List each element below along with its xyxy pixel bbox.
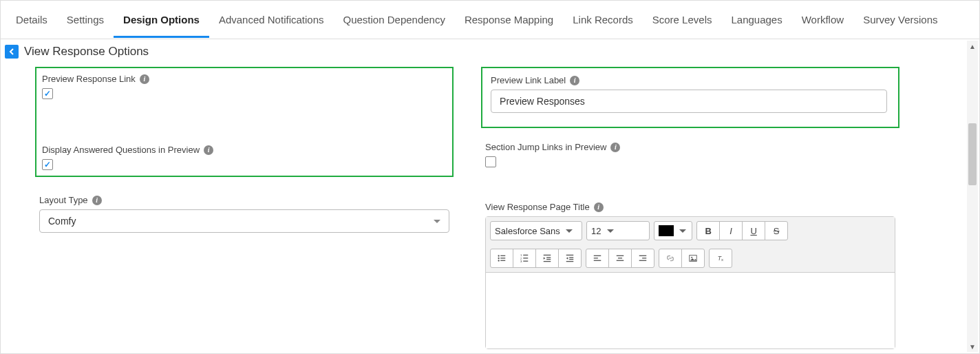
svg-rect-11 [523,261,528,262]
rte-text-style-group: B I U S [696,221,788,240]
tab-design-options[interactable]: Design Options [114,1,209,38]
info-icon[interactable]: i [204,145,213,155]
input-preview-link-label[interactable] [491,90,887,113]
svg-rect-5 [500,260,505,261]
bullet-list-icon [497,253,507,263]
tab-languages[interactable]: Languages [721,1,791,38]
svg-text:3: 3 [520,260,522,263]
rte-content-area[interactable] [486,273,895,348]
label-display-answered: Display Answered Questions in Preview i [42,145,447,155]
rte-underline-button[interactable]: U [742,221,765,240]
info-icon[interactable]: i [610,143,620,152]
spacer [38,105,451,139]
svg-text:x: x [721,257,723,262]
page-title: View Response Options [24,45,149,59]
tab-advanced-notifications[interactable]: Advanced Notifications [209,1,334,38]
rte-bullet-list-button[interactable] [490,249,513,268]
subheader: View Response Options [1,39,979,64]
svg-point-4 [498,260,500,261]
tab-link-records[interactable]: Link Records [563,1,643,38]
image-icon [688,253,698,263]
svg-point-30 [691,257,692,258]
tab-settings[interactable]: Settings [57,1,114,38]
rte-outdent-button[interactable] [558,249,582,268]
vertical-scrollbar[interactable]: ▲ ▼ [967,41,978,352]
field-display-answered: Display Answered Questions in Preview i [38,139,451,176]
outdent-icon [565,253,575,263]
svg-rect-9 [523,258,528,258]
scroll-down-arrow[interactable]: ▼ [967,341,978,352]
field-layout-type: Layout Type i Comfy [35,189,454,238]
label-text: View Response Page Title [485,202,590,212]
rte-link-button[interactable] [659,249,682,268]
label-section-jump-links: Section Jump Links in Preview i [485,142,895,152]
info-icon[interactable]: i [594,202,604,212]
right-highlight-box: Preview Link Label i [481,67,899,128]
select-layout-type[interactable]: Comfy [39,209,449,233]
left-column: Preview Response Link i Display Answered… [35,67,454,354]
svg-rect-28 [639,260,647,261]
scroll-thumb[interactable] [968,123,977,185]
chevron-down-icon [679,229,686,233]
tab-bar: Details Settings Design Options Advanced… [1,1,979,39]
rte-insert-group [659,249,705,268]
chevron-left-icon [8,48,15,55]
svg-rect-16 [566,255,574,256]
svg-rect-12 [544,255,551,256]
rte-font-select[interactable]: Salesforce Sans [490,221,582,240]
right-column: Preview Link Label i Section Jump Links … [481,67,899,354]
select-value: 12 [591,226,601,236]
checkbox-section-jump-links[interactable] [485,156,496,167]
tab-details[interactable]: Details [6,1,57,38]
indent-icon [542,253,552,263]
align-center-icon [615,253,625,263]
color-swatch-icon [659,225,674,236]
left-highlight-box: Preview Response Link i Display Answered… [35,67,454,177]
rte-toolbar: Salesforce Sans 12 B [486,217,895,273]
rte-align-left-button[interactable] [586,249,609,268]
rte-align-group [586,249,654,268]
rich-text-editor: Salesforce Sans 12 B [485,216,895,349]
rte-strike-button[interactable]: S [765,221,788,240]
rte-size-select[interactable]: 12 [586,221,650,240]
rte-color-select[interactable] [654,221,692,240]
back-button[interactable] [5,45,19,59]
svg-rect-25 [617,260,624,261]
tab-survey-versions[interactable]: Survey Versions [853,1,947,38]
svg-rect-14 [546,259,551,260]
info-icon[interactable]: i [140,74,149,84]
rte-clear-format-button[interactable]: Tx [709,249,732,268]
field-section-jump-links: Section Jump Links in Preview i [481,136,899,173]
info-icon[interactable]: i [92,196,102,205]
svg-rect-15 [544,261,551,262]
label-layout-type: Layout Type i [39,195,449,205]
label-preview-link-label: Preview Link Label i [491,75,887,85]
tab-question-dependency[interactable]: Question Dependency [334,1,455,38]
svg-rect-19 [566,261,574,262]
field-view-response-page-title: View Response Page Title i Salesforce Sa… [481,196,899,354]
scroll-up-arrow[interactable]: ▲ [967,41,978,52]
svg-rect-13 [546,257,551,258]
select-value: Comfy [48,216,76,227]
rte-indent-button[interactable] [535,249,559,268]
info-icon[interactable]: i [570,76,579,85]
tab-score-levels[interactable]: Score Levels [643,1,722,38]
tab-workflow[interactable]: Workflow [792,1,853,38]
numbered-list-icon: 123 [520,253,529,263]
rte-image-button[interactable] [681,249,705,268]
rte-numbered-list-button[interactable]: 123 [513,249,536,268]
svg-rect-3 [500,258,505,258]
rte-align-right-button[interactable] [631,249,654,268]
select-value: Salesforce Sans [495,226,560,236]
chevron-down-icon [566,229,573,233]
checkbox-display-answered[interactable] [42,159,53,170]
checkbox-preview-response-link[interactable] [42,88,53,99]
rte-italic-button[interactable]: I [719,221,743,240]
content-area: Preview Response Link i Display Answered… [1,64,979,354]
rte-bold-button[interactable]: B [696,221,720,240]
label-text: Layout Type [39,195,88,205]
rte-align-center-button[interactable] [608,249,632,268]
svg-rect-22 [594,260,601,261]
chevron-down-icon [607,229,614,233]
tab-response-mapping[interactable]: Response Mapping [455,1,563,38]
